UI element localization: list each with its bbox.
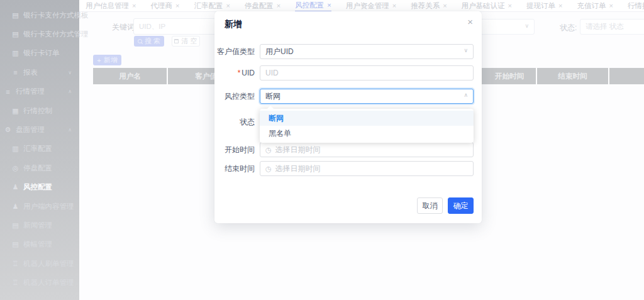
chevron-up-icon: ∧: [68, 89, 72, 94]
add-button-label: 新增: [104, 55, 118, 65]
sidebar-menu: ▤ 银行卡支付方式模板 ▤ 银行卡支付方式管理 ▥ 银行卡订单 ≡ 报表 ∨ ≡…: [0, 0, 79, 292]
uid-input[interactable]: [265, 69, 458, 77]
customer-value-type-label: 客户值类型: [214, 44, 255, 59]
tab-exchange-rate-config[interactable]: 汇率配置 ×: [194, 0, 230, 12]
confirm-button[interactable]: 确定: [448, 197, 474, 214]
keyword-input[interactable]: UID、IP: [133, 18, 220, 35]
tab-risk-config[interactable]: 风控配置 ×: [295, 0, 331, 12]
close-icon[interactable]: ×: [175, 2, 179, 9]
chevron-down-icon: ∨: [68, 70, 72, 75]
dropdown-option-blacklist[interactable]: 黑名单: [260, 126, 474, 141]
start-time-label: 开始时间: [214, 142, 255, 157]
sidebar-item-label: 横幅管理: [23, 240, 52, 249]
tab-label: 充值订单: [577, 1, 606, 11]
sidebar-item-label: 用户端内容管理: [23, 202, 74, 211]
robot-icon: ♖: [11, 260, 19, 268]
chevron-up-icon: ∧: [68, 127, 72, 133]
tab-withdraw-orders[interactable]: 提现订单 ×: [526, 0, 562, 12]
sidebar-item-label: 风控配置: [23, 182, 52, 192]
tab-user-info-manage[interactable]: 用户信息管理 ×: [86, 0, 136, 12]
menu-icon: ≡: [4, 88, 12, 96]
sidebar-item-robot-brush-manage[interactable]: ♖ 机器人刷单管理: [0, 254, 79, 273]
tab-referral-relations[interactable]: 推荐关系 ×: [411, 0, 447, 12]
cancel-button[interactable]: 取消: [417, 197, 443, 214]
gear-icon: ⚙: [4, 126, 12, 134]
tab-agent[interactable]: 代理商 ×: [150, 0, 179, 12]
sidebar-item-board-manage[interactable]: ⚙ 盘面管理 ∧: [0, 120, 79, 139]
sidebar-item-robot-order-manage[interactable]: ♖ 机器人订单管理: [0, 273, 79, 292]
target-icon: ◎: [11, 164, 19, 172]
sidebar-item-exchange-rate-config[interactable]: ▥ 汇率配置: [0, 140, 79, 158]
search-button-label: 搜 索: [145, 36, 160, 46]
customer-value-type-value: 用户UID: [265, 47, 294, 57]
end-time-row: 结束时间 ◷ 选择日期时间: [214, 161, 482, 176]
sidebar-item-bankcard-orders[interactable]: ▥ 银行卡订单: [0, 44, 79, 63]
close-icon[interactable]: ×: [443, 2, 447, 9]
sidebar-item-client-content-manage[interactable]: ♟ 用户端内容管理: [0, 197, 79, 216]
search-icon: [138, 39, 142, 43]
sidebar-item-label: 机器人订单管理: [23, 278, 74, 287]
sidebar-item-market-control[interactable]: ▦ 行情控制: [0, 101, 79, 120]
document-icon: ▤: [11, 30, 19, 38]
tab-label: 用户资金管理: [346, 1, 389, 11]
dropdown-option-disconnect[interactable]: 断网: [260, 111, 474, 126]
sidebar-item-banner-manage[interactable]: ▤ 横幅管理: [0, 235, 79, 254]
close-icon[interactable]: ×: [508, 2, 512, 9]
tab-label: 汇率配置: [194, 1, 223, 11]
trash-icon: [174, 39, 179, 43]
close-icon[interactable]: ×: [558, 2, 562, 9]
sidebar-item-bankcard-pay-template[interactable]: ▤ 银行卡支付方式模板: [0, 6, 79, 25]
user-icon: ♟: [11, 203, 19, 211]
clear-button[interactable]: 清 空: [172, 36, 200, 47]
tab-user-funds-manage[interactable]: 用户资金管理 ×: [346, 0, 396, 12]
sidebar-item-bankcard-pay-manage[interactable]: ▤ 银行卡支付方式管理: [0, 25, 79, 43]
tab-label: 风控配置: [295, 1, 324, 10]
end-time-label: 结束时间: [214, 161, 255, 176]
customer-value-type-select[interactable]: 用户UID ∨: [260, 44, 474, 59]
close-icon[interactable]: ×: [467, 16, 473, 27]
tab-deposit-orders[interactable]: 充值订单 ×: [577, 0, 613, 12]
customer-value-type-row: 客户值类型 用户UID ∨: [214, 44, 482, 59]
add-modal: 新增 × 客户值类型 用户UID ∨ *UID 风控类型 断网 ∧ 状态: [214, 11, 482, 223]
tab-label: 推荐关系: [411, 1, 440, 11]
card-icon: ▥: [11, 145, 19, 153]
close-icon[interactable]: ×: [392, 2, 396, 9]
add-button[interactable]: + 新增: [93, 55, 121, 65]
sidebar-item-label: 报表: [23, 68, 38, 77]
status-filter-select[interactable]: 请选择 状态: [580, 19, 644, 35]
sidebar-item-reports[interactable]: ≡ 报表 ∨: [0, 63, 79, 82]
sidebar: ▤ 银行卡支付方式模板 ▤ 银行卡支付方式管理 ▥ 银行卡订单 ≡ 报表 ∨ ≡…: [0, 0, 79, 300]
close-icon[interactable]: ×: [132, 2, 136, 9]
close-icon[interactable]: ×: [327, 1, 331, 9]
start-time-input[interactable]: ◷ 选择日期时间: [260, 142, 474, 157]
close-icon[interactable]: ×: [609, 2, 613, 9]
clock-icon: ◷: [265, 146, 272, 154]
end-time-input[interactable]: ◷ 选择日期时间: [260, 161, 474, 176]
close-icon[interactable]: ×: [277, 2, 280, 9]
uid-label: *UID: [214, 65, 255, 81]
risk-type-label: 风控类型: [214, 89, 255, 104]
tab-user-basic-auth[interactable]: 用户基础认证 ×: [462, 0, 512, 12]
sidebar-item-label: 银行卡支付方式模板: [23, 11, 89, 20]
sidebar-item-risk-config[interactable]: ♟ 风控配置: [0, 178, 79, 197]
sidebar-item-label: 停盘配置: [23, 164, 52, 173]
sidebar-item-label: 新闻管理: [23, 221, 52, 230]
sidebar-item-news-manage[interactable]: ▤ 新闻管理: [0, 216, 79, 235]
tab-market-control[interactable]: 行情控制 ×: [628, 0, 644, 12]
tab-halt-config[interactable]: 停盘配置 ×: [245, 0, 280, 12]
sidebar-item-label: 汇率配置: [23, 144, 52, 153]
keyword-placeholder: UID、IP: [139, 22, 165, 31]
search-button[interactable]: 搜 索: [134, 36, 164, 47]
plus-icon: +: [97, 57, 101, 64]
sidebar-item-label: 盘面管理: [16, 125, 45, 135]
table-header-end-time: 结束时间: [537, 68, 608, 84]
close-icon[interactable]: ×: [226, 2, 230, 9]
sidebar-item-halt-config[interactable]: ◎ 停盘配置: [0, 158, 79, 177]
menu-icon: ≡: [11, 69, 19, 76]
chevron-up-icon: ∧: [464, 92, 468, 98]
required-mark: *: [238, 69, 241, 77]
card-icon: ▥: [11, 49, 19, 57]
sidebar-item-market-manage[interactable]: ≡ 行情管理 ∧: [0, 82, 79, 101]
risk-type-select[interactable]: 断网 ∧: [260, 89, 474, 104]
status-filter-label: 状态:: [560, 23, 577, 33]
